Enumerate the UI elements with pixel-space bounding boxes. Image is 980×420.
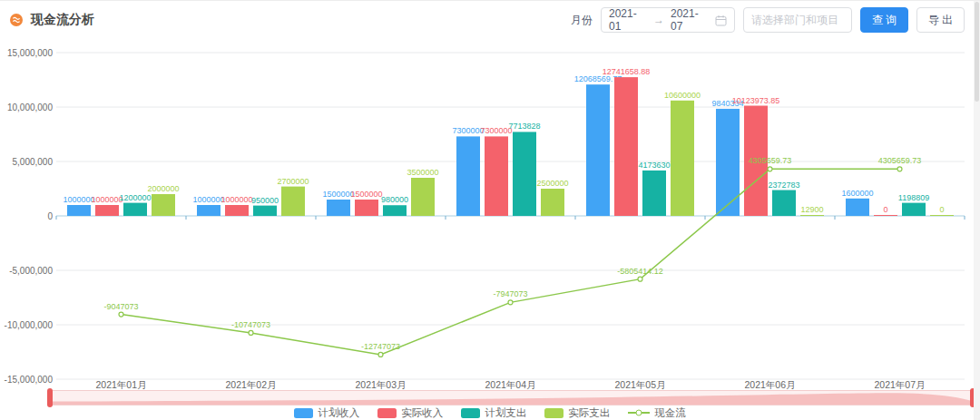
bar-value-label: 1000000 xyxy=(91,195,122,204)
bar[interactable] xyxy=(225,205,249,216)
bar[interactable] xyxy=(513,132,536,216)
bar[interactable] xyxy=(327,200,350,216)
bar-value-label: 4173630 xyxy=(638,161,670,170)
bar[interactable] xyxy=(716,109,740,216)
bar[interactable] xyxy=(586,84,610,216)
bar-value-label: 1000000 xyxy=(63,195,94,204)
bar-value-label: 1198809 xyxy=(898,193,929,202)
legend-line-marker xyxy=(628,412,650,414)
bar[interactable] xyxy=(383,205,407,216)
bar-value-label: 1000000 xyxy=(192,195,224,204)
line-marker[interactable] xyxy=(768,167,772,171)
bar-value-label: 12741658.88 xyxy=(603,67,651,76)
bar-value-label: 2500000 xyxy=(536,179,568,188)
x-axis-label: 2021年02月 xyxy=(225,379,276,390)
bar-value-label: 2700000 xyxy=(277,177,309,186)
x-axis-label: 2021年06月 xyxy=(744,379,795,390)
bar-value-label: 7300000 xyxy=(452,126,484,135)
bar[interactable] xyxy=(614,77,638,216)
legend-bar-marker xyxy=(461,408,480,418)
legend-bar-marker xyxy=(544,408,564,418)
arrow-right-icon: → xyxy=(653,14,664,26)
line-marker[interactable] xyxy=(897,167,902,171)
bar-value-label: 0 xyxy=(883,205,887,214)
month-label: 月份 xyxy=(571,13,593,28)
line-marker[interactable] xyxy=(638,277,642,281)
query-button[interactable]: 查询 xyxy=(860,7,908,33)
line-marker[interactable] xyxy=(249,330,253,335)
bar-value-label: 0 xyxy=(939,205,944,214)
y-axis-label: 10,000,000 xyxy=(7,103,53,112)
bar[interactable] xyxy=(95,205,119,216)
bar-value-label: 1000000 xyxy=(220,195,252,204)
legend-label: 实际收入 xyxy=(401,406,443,420)
bar[interactable] xyxy=(456,136,480,216)
datazoom-silhouette xyxy=(51,391,972,405)
bar[interactable] xyxy=(671,101,694,216)
legend-item-1[interactable]: 实际收入 xyxy=(377,406,443,420)
legend-label: 计划支出 xyxy=(485,406,526,420)
legend-item-4[interactable]: 现金流 xyxy=(628,406,686,420)
line-value-label: -5805414.12 xyxy=(617,267,663,276)
line-marker[interactable] xyxy=(119,312,123,317)
bar-value-label: 10600000 xyxy=(664,91,701,100)
line-marker[interactable] xyxy=(508,300,513,305)
bar[interactable] xyxy=(355,200,378,216)
bar-value-label: 1500000 xyxy=(350,190,382,199)
bar[interactable] xyxy=(541,189,564,216)
legend-item-2[interactable]: 计划支出 xyxy=(461,406,526,420)
page-scrollbar[interactable] xyxy=(974,1,980,420)
bar-value-label: 2372783 xyxy=(768,181,799,190)
bar[interactable] xyxy=(123,203,147,216)
bar-value-label: 10123973.85 xyxy=(732,96,780,105)
header-controls: 月份 2021-01 → 2021-07 查询 导出 xyxy=(571,7,965,33)
bar[interactable] xyxy=(930,215,954,216)
header: 现金流分析 月份 2021-01 → 2021-07 查询 导 xyxy=(0,1,974,39)
x-axis-label: 2021年07月 xyxy=(874,379,925,390)
legend-line-circle-icon xyxy=(636,410,642,416)
bar-value-label: 1600000 xyxy=(841,189,873,198)
bar[interactable] xyxy=(846,199,869,216)
bar[interactable] xyxy=(902,203,926,216)
line-value-label: -7947073 xyxy=(493,289,527,298)
bar[interactable] xyxy=(411,178,435,216)
bar[interactable] xyxy=(800,215,824,216)
bar-value-label: 950000 xyxy=(251,196,279,205)
cashflow-page: 现金流分析 月份 2021-01 → 2021-07 查询 导 xyxy=(0,0,980,420)
datazoom-slider[interactable] xyxy=(50,390,973,405)
bar[interactable] xyxy=(67,205,91,216)
bar-value-label: 7713828 xyxy=(508,122,540,131)
bar[interactable] xyxy=(874,215,897,216)
bar[interactable] xyxy=(642,171,666,216)
bar-value-label: 3500000 xyxy=(407,168,438,177)
line-value-label: -9047073 xyxy=(103,302,138,311)
title-group: 现金流分析 xyxy=(9,12,94,28)
money-icon xyxy=(9,13,24,27)
export-button[interactable]: 导出 xyxy=(916,7,965,33)
bar-value-label: 1200000 xyxy=(119,193,151,202)
bar-value-label: 7300000 xyxy=(480,126,512,135)
line-marker[interactable] xyxy=(378,352,383,357)
bar[interactable] xyxy=(197,205,220,216)
scrollbar-thumb[interactable] xyxy=(975,2,979,102)
bar[interactable] xyxy=(772,190,796,216)
bar-value-label: 1500000 xyxy=(322,190,354,199)
date-end-value: 2021-07 xyxy=(671,7,709,33)
calendar-icon xyxy=(715,15,727,26)
x-axis-label: 2021年01月 xyxy=(95,379,146,390)
legend-item-0[interactable]: 计划收入 xyxy=(294,406,359,420)
bar[interactable] xyxy=(253,206,277,216)
x-axis-label: 2021年03月 xyxy=(355,379,406,390)
bar[interactable] xyxy=(281,187,305,216)
date-start-value: 2021-01 xyxy=(609,7,647,33)
department-project-input[interactable] xyxy=(743,7,852,33)
y-axis-label: 0 xyxy=(47,211,53,221)
bar[interactable] xyxy=(152,194,175,216)
legend-item-3[interactable]: 实际支出 xyxy=(544,406,610,420)
cashflow-chart: 15,000,00010,000,0005,000,0000-5,000,000… xyxy=(0,37,980,391)
date-range-picker[interactable]: 2021-01 → 2021-07 xyxy=(601,7,735,33)
datazoom-band[interactable] xyxy=(50,390,973,405)
bar-value-label: 12900 xyxy=(800,205,823,214)
bar[interactable] xyxy=(485,136,508,216)
line-value-label: 4305659.73 xyxy=(878,156,922,165)
